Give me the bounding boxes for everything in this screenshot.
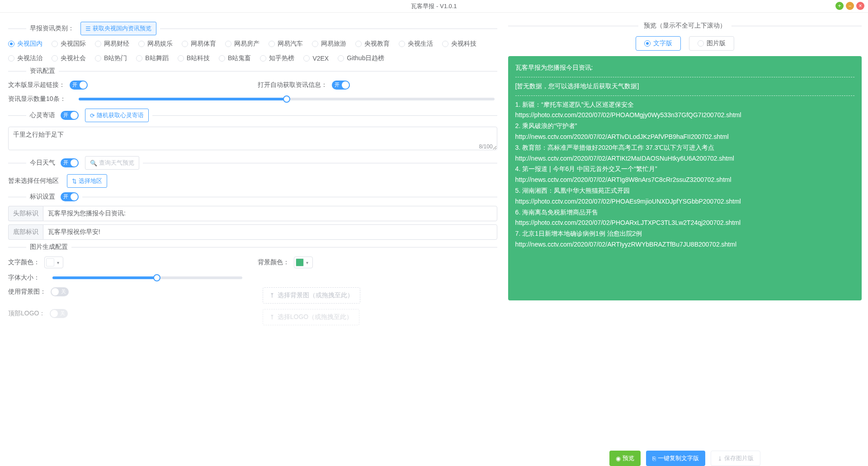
preview-panel: 预览（显示不全可上下滚动） 文字版 图片版 瓦客早报为您播报今日资讯: [暂无数…	[504, 13, 868, 466]
font-size-label: 字体大小：	[8, 274, 40, 282]
category-radio-group: 央视国内央视国际网易财经网易娱乐网易体育网易房产网易汽车网易旅游央视教育央视生活…	[8, 40, 497, 62]
font-size-slider[interactable]	[52, 276, 242, 279]
top-logo-toggle[interactable]: 关	[50, 309, 68, 318]
category-radio[interactable]: 央视法治	[8, 54, 42, 62]
random-soul-button[interactable]: ⟳ 随机获取心灵寄语	[85, 109, 149, 122]
category-radio-label: Github日趋榜	[347, 54, 384, 62]
category-radio[interactable]: Github日趋榜	[338, 54, 384, 62]
category-radio[interactable]: 央视科技	[442, 40, 476, 48]
show-hyperlink-toggle[interactable]: 开	[70, 81, 88, 90]
category-radio-label: B站热门	[104, 54, 127, 62]
head-badge-prefix: 头部标识	[8, 206, 43, 221]
radio-icon	[95, 55, 101, 62]
preview-line: 2. 乘风破浪的“守护者”	[515, 121, 854, 132]
choose-logo-upload[interactable]: ⤒ 选择LOGO（或拖拽至此）	[263, 309, 359, 325]
news-count-slider[interactable]	[79, 98, 495, 100]
category-radio[interactable]: 知乎热榜	[260, 54, 294, 62]
category-radio-label: 知乎热榜	[269, 54, 294, 62]
refresh-icon: ⟳	[90, 112, 95, 119]
list-icon: ☰	[85, 25, 91, 32]
category-radio[interactable]: 网易体育	[182, 40, 216, 48]
copy-text-button[interactable]: ⎘ 一键复制文字版	[646, 451, 705, 466]
window-minimize-button[interactable]: －	[846, 2, 854, 10]
copy-icon: ⎘	[652, 455, 656, 462]
foot-badge-input[interactable]	[43, 224, 497, 240]
weather-query-label: 查询天气预览	[99, 159, 134, 167]
category-radio[interactable]: B站科技	[178, 54, 210, 62]
use-bg-toggle[interactable]: 关	[51, 287, 69, 296]
category-radio[interactable]: 网易房产	[225, 40, 259, 48]
soul-toggle[interactable]: 开	[61, 111, 79, 120]
category-radio[interactable]: 央视生活	[399, 40, 433, 48]
category-radio-label: 网易体育	[191, 40, 216, 48]
category-radio[interactable]: B站热门	[95, 54, 127, 62]
category-radio[interactable]: 央视国际	[52, 40, 86, 48]
category-radio[interactable]: B站鬼畜	[219, 54, 251, 62]
auto-fetch-label: 打开自动获取资讯信息：	[258, 81, 327, 89]
fetch-cctv-preview-button[interactable]: ☰ 获取央视国内资讯预览	[80, 22, 156, 35]
category-radio-label: 央视法治	[17, 54, 42, 62]
show-hyperlink-label: 文本版显示超链接：	[8, 81, 65, 89]
radio-icon	[52, 41, 58, 47]
radio-icon	[182, 41, 188, 47]
choose-bg-upload[interactable]: ⤒ 选择背景图（或拖拽至此）	[263, 287, 360, 304]
category-radio[interactable]: B站舞蹈	[136, 54, 168, 62]
top-logo-label: 顶部LOGO：	[8, 309, 45, 318]
preview-line: 1. 新疆：“摩托车巡逻队”无人区巡逻保安全	[515, 100, 854, 110]
head-badge-input[interactable]	[43, 206, 497, 221]
choose-logo-label: 选择LOGO（或拖拽至此）	[278, 313, 353, 321]
category-radio[interactable]: 网易汽车	[269, 40, 303, 48]
category-radio-label: 央视国际	[61, 40, 86, 48]
image-config-label: 图片生成配置	[30, 243, 68, 251]
soul-char-count: 8/100	[479, 143, 493, 150]
fetch-cctv-preview-label: 获取央视国内资讯预览	[93, 24, 151, 33]
bg-color-swatch	[296, 258, 304, 266]
category-radio[interactable]: 网易财经	[95, 40, 129, 48]
preview-line: http://news.cctv.com/2020/07/02/ARTIyyzR…	[515, 239, 854, 250]
settings-panel: 早报资讯类别： ☰ 获取央视国内资讯预览 央视国内央视国际网易财经网易娱乐网易体…	[0, 13, 504, 466]
weather-toggle[interactable]: 开	[61, 158, 79, 167]
radio-icon	[52, 55, 58, 62]
category-radio-label: 网易财经	[104, 40, 129, 48]
preview-header-label: 预览（显示不全可上下滚动）	[638, 22, 731, 30]
window-add-button[interactable]: +	[835, 2, 844, 10]
category-radio[interactable]: V2EX	[303, 54, 329, 62]
category-section-label: 早报资讯类别：	[30, 24, 74, 33]
chevron-down-icon: ▾	[304, 260, 311, 265]
radio-icon	[260, 55, 266, 62]
preview-tab-text[interactable]: 文字版	[636, 36, 681, 51]
weather-query-button[interactable]: 🔍 查询天气预览	[85, 156, 139, 170]
category-radio[interactable]: 央视国内	[8, 40, 42, 48]
preview-intro: 瓦客早报为您播报今日资讯:	[515, 62, 854, 73]
radio-icon	[136, 55, 142, 62]
category-radio[interactable]: 网易旅游	[312, 40, 346, 48]
auto-fetch-toggle[interactable]: 开	[332, 81, 350, 90]
preview-tab-image[interactable]: 图片版	[689, 36, 734, 51]
badge-toggle[interactable]: 开	[61, 192, 79, 201]
preview-content[interactable]: 瓦客早报为您播报今日资讯: [暂无数据，您可以选择地址后获取天气数据] 1. 新…	[508, 56, 862, 300]
category-radio[interactable]: 网易娱乐	[138, 40, 173, 48]
eye-icon: ◉	[616, 455, 621, 462]
preview-button[interactable]: ◉ 预览	[609, 451, 641, 466]
category-radio-label: V2EX	[312, 55, 329, 62]
preview-line: https://photo.cctv.com/2020/07/02/PHOARx…	[515, 218, 854, 228]
soul-textarea[interactable]	[8, 127, 497, 150]
chevron-down-icon: ▾	[54, 260, 61, 265]
category-radio[interactable]: 央视教育	[355, 40, 390, 48]
bg-color-picker[interactable]: ▾	[294, 257, 313, 268]
radio-icon	[8, 41, 14, 47]
choose-region-button[interactable]: ⇅ 选择地区	[67, 174, 107, 188]
window-close-button[interactable]: ×	[856, 2, 864, 10]
category-radio-label: B站科技	[187, 54, 210, 62]
radio-icon	[269, 41, 275, 47]
preview-line: 4. 第一报道 | 今年6月 中国元首外交又一个“繁忙月”	[515, 164, 854, 175]
preview-line: https://photo.cctv.com/2020/07/02/PHOAEs…	[515, 196, 854, 207]
preview-line: https://photo.cctv.com/2020/07/02/PHOAOM…	[515, 110, 854, 121]
text-color-picker[interactable]: ▾	[44, 257, 63, 268]
category-radio[interactable]: 央视社会	[52, 54, 86, 62]
soul-section-label: 心灵寄语	[30, 111, 55, 119]
preview-line: 5. 湖南湘西：凤凰中华大熊猫苑正式开园	[515, 185, 854, 196]
radio-icon	[399, 41, 405, 47]
radio-icon	[355, 41, 362, 47]
radio-icon	[225, 41, 231, 47]
